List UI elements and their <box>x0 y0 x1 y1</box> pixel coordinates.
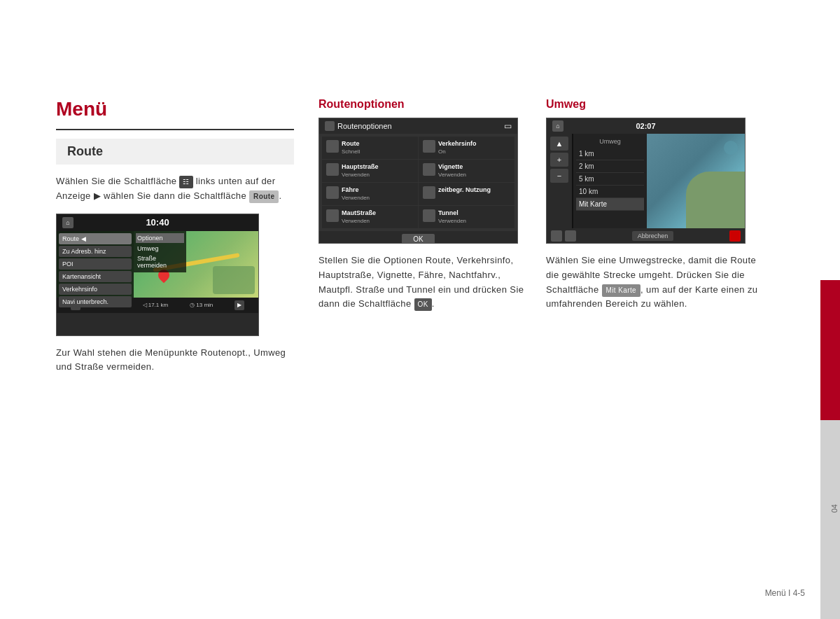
ropt-route-icon <box>326 140 339 153</box>
divider <box>56 129 294 130</box>
ropt-route-label: Route <box>342 140 360 148</box>
home-icon: ⌂ <box>62 217 74 228</box>
menu-title: Menü <box>56 98 294 120</box>
umweg-item-5km: 5 km <box>576 173 644 186</box>
umweg-ctrl-plus: + <box>550 153 568 167</box>
left-column: Menü Route Wählen Sie die Schaltfläche ☷… <box>56 98 294 384</box>
ropt-route-text: Route Schnell <box>342 140 360 155</box>
ropt-title: Routenoptionen <box>325 121 392 131</box>
nav-map-area: Route ◀ Zu Adresb. hinz POI Kartenansich… <box>57 231 258 298</box>
umweg-top-bar: ⌂ 02:07 <box>547 118 745 134</box>
ropt-tunnel-icon <box>423 209 435 222</box>
ropt-top-bar: Routenoptionen ▭ <box>319 118 517 134</box>
nav-menu-navi: Navi unterbrech. <box>59 296 132 307</box>
umweg-item-10km: 10 km <box>576 186 644 198</box>
route-button-label: Route <box>249 190 279 203</box>
ropt-cell-verkehr: Verkehrsinfo On <box>419 137 514 159</box>
nav-sub-optionen: Optionen <box>136 233 184 243</box>
page-container: Menü Route Wählen Sie die Schaltfläche ☷… <box>0 0 840 619</box>
routenoptionen-screenshot: Routenoptionen ▭ Route Schnell Verkehrsi… <box>318 118 518 244</box>
umweg-ctrl-minus: − <box>550 169 568 183</box>
umweg-description: Wählen Sie eine Umwegstrecke, damit die … <box>546 253 763 312</box>
ropt-menu-icon <box>325 121 335 131</box>
nav-menu-verkehr: Verkehrsinfo <box>59 284 132 295</box>
ropt-fahre-sub: Verwenden <box>342 195 370 202</box>
ropt-cell-tunnel: Tunnel Verwenden <box>419 206 514 228</box>
ropt-tunnel-label: Tunnel <box>438 209 466 218</box>
ropt-vignette-sub: Verwenden <box>438 172 466 179</box>
nav-menu-poi: POI <box>59 258 132 270</box>
sidebar-gray-area <box>820 420 840 619</box>
nav-bottom-duration: ◷13 min <box>190 302 213 308</box>
ropt-cell-route: Route Schnell <box>322 137 418 159</box>
nav-time: 10:40 <box>146 217 169 228</box>
umweg-item-2km: 2 km <box>576 160 644 173</box>
ok-inline-button: OK <box>414 298 432 311</box>
ropt-vignette-text: Vignette Verwenden <box>438 163 466 179</box>
mid-column: Routenoptionen Routenoptionen ▭ Route Sc… <box>318 98 528 321</box>
umweg-item-mitkarte: Mit Karte <box>576 198 644 211</box>
ropt-fahre-label: Fähre <box>342 186 370 195</box>
map-area-green <box>213 266 255 294</box>
ropt-tunnel-text: Tunnel Verwenden <box>438 209 466 225</box>
right-column: Umweg ⌂ 02:07 ▲ + − Umweg 1 km 2 km 5 km <box>546 98 763 321</box>
nav-sub-umweg: Umweg <box>136 244 184 253</box>
umweg-list-header: Umweg <box>576 137 644 146</box>
ropt-verkehr-text: Verkehrsinfo On <box>438 140 477 155</box>
intro-text: Wählen Sie die Schaltfläche ☷ links unte… <box>56 174 294 204</box>
right-sidebar <box>820 0 840 619</box>
umweg-ctrl-up: ▲ <box>550 137 568 151</box>
umweg-map-circle <box>724 141 738 155</box>
umweg-icon-left <box>551 230 562 242</box>
ropt-verkehr-icon <box>423 140 435 153</box>
page-footer: Menü I 4-5 <box>765 588 805 598</box>
ropt-vignette-label: Vignette <box>438 163 466 172</box>
ropt-cell-fahre: Fähre Verwenden <box>322 183 418 205</box>
umweg-heading: Umweg <box>546 98 763 111</box>
ropt-title-text: Routenoptionen <box>337 122 392 130</box>
umweg-home-icon: ⌂ <box>552 120 564 132</box>
ropt-maut-label: MautStraße <box>342 209 376 218</box>
umweg-controls: ▲ + − <box>547 134 572 228</box>
ropt-maut-text: MautStraße Verwenden <box>342 209 376 225</box>
umweg-cancel-button[interactable]: Abbrechen <box>632 231 674 241</box>
footer-text: Zur Wahl stehen die Menüpunkte Routenopt… <box>56 346 294 375</box>
ropt-zeitbegr-icon <box>423 186 435 199</box>
nav-top-bar: ⌂ 10:40 <box>57 214 258 231</box>
ropt-bottom: OK <box>319 231 517 244</box>
nav-screenshot: ⌂ 10:40 Route ◀ Zu Adresb. hinz POI Kart… <box>56 214 259 336</box>
routopt-description: Stellen Sie die Optionen Route, Verkehrs… <box>318 253 528 312</box>
nav-menu-adress: Zu Adresb. hinz <box>59 246 132 257</box>
umweg-map-area <box>647 134 745 228</box>
ropt-fahre-icon <box>326 186 339 199</box>
ropt-hauptstr-text: Hauptstraße Verwenden <box>342 163 379 179</box>
ropt-cell-hauptstr: Hauptstraße Verwenden <box>322 160 418 182</box>
umweg-map-land <box>686 172 745 228</box>
ropt-cell-maut: MautStraße Verwenden <box>322 206 418 228</box>
ropt-verkehr-label: Verkehrsinfo <box>438 140 477 148</box>
ropt-route-sub: Schnell <box>342 148 360 155</box>
ropt-hauptstr-sub: Verwenden <box>342 172 379 179</box>
nav-menu-karte: Kartenansicht <box>59 271 132 282</box>
ropt-ok-button[interactable]: OK <box>402 234 434 244</box>
nav-map-visual: Optionen Umweg Straße vermeiden <box>134 231 258 298</box>
ropt-maut-icon <box>326 209 339 222</box>
umweg-icon-right <box>565 230 576 242</box>
ropt-maut-sub: Verwenden <box>342 218 376 225</box>
umweg-list: Umweg 1 km 2 km 5 km 10 km Mit Karte <box>573 134 647 228</box>
umweg-bottom-icons <box>551 230 576 242</box>
ropt-hauptstr-label: Hauptstraße <box>342 163 379 172</box>
nav-bottom-icon-right: ▶ <box>234 300 244 310</box>
nav-menu-route: Route ◀ <box>59 233 132 244</box>
ropt-zeitbegr-text: zeitbegr. Nutzung <box>438 186 491 195</box>
umweg-bottom-bar: Abbrechen <box>547 228 745 244</box>
nav-sub-strasse: Straße vermeiden <box>136 253 184 270</box>
mitkarte-inline-button: Mit Karte <box>602 284 641 297</box>
sidebar-page-number: 04 <box>830 504 839 513</box>
umweg-item-1km: 1 km <box>576 148 644 160</box>
umweg-screenshot: ⌂ 02:07 ▲ + − Umweg 1 km 2 km 5 km 10 km… <box>546 118 746 244</box>
sidebar-red-accent <box>820 280 840 420</box>
umweg-body: ▲ + − Umweg 1 km 2 km 5 km 10 km Mit Kar… <box>547 134 745 228</box>
ropt-grid: Route Schnell Verkehrsinfo On Hauptstraß… <box>319 134 517 231</box>
nav-menu-panel: Route ◀ Zu Adresb. hinz POI Kartenansich… <box>57 231 134 298</box>
